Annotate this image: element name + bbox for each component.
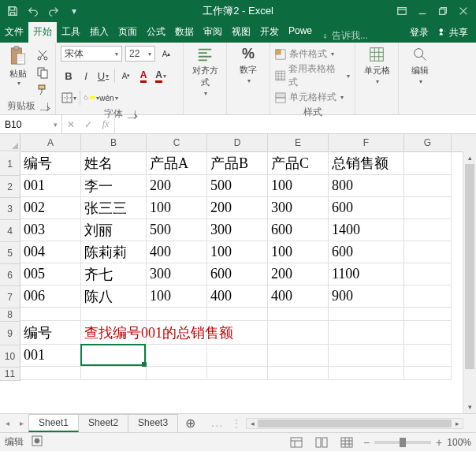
zoom-in-icon[interactable]: +: [436, 436, 442, 449]
row-header-3[interactable]: 3: [0, 198, 20, 220]
row-header-11[interactable]: 11: [0, 368, 20, 381]
ribbon-tab-8[interactable]: 视图: [227, 22, 255, 43]
paste-button[interactable]: 粘贴 ▾: [5, 46, 32, 87]
view-pagebreak-icon[interactable]: [338, 435, 355, 450]
zoom-out-icon[interactable]: −: [363, 436, 370, 449]
font-color-red-icon[interactable]: A: [136, 68, 151, 84]
cell-F4[interactable]: 1400: [329, 219, 404, 241]
alignment-button[interactable]: 对齐方式▾: [188, 46, 221, 97]
cell-B10[interactable]: [81, 345, 147, 367]
cell-D3[interactable]: 200: [207, 197, 268, 219]
cell-F2[interactable]: 800: [329, 175, 404, 197]
zoom-percent[interactable]: 100%: [447, 437, 471, 448]
cell-C6[interactable]: 300: [147, 263, 207, 285]
ribbon-tab-10[interactable]: Powe: [284, 22, 317, 43]
hscroll-thumb[interactable]: [258, 420, 452, 427]
scroll-right-icon[interactable]: ▸: [452, 419, 463, 428]
col-header-E[interactable]: E: [268, 134, 329, 151]
borders-icon[interactable]: ▾: [61, 90, 76, 106]
cells-button[interactable]: 单元格▾: [360, 46, 393, 85]
new-sheet-button[interactable]: ⊕: [177, 416, 203, 431]
cell-G1[interactable]: [404, 151, 452, 175]
ribbon-tab-3[interactable]: 插入: [85, 22, 113, 43]
fx-accept-icon[interactable]: ✓: [80, 117, 97, 132]
decrease-font-icon[interactable]: A▾: [118, 68, 134, 84]
cell-C10[interactable]: [147, 345, 207, 367]
cell-D5[interactable]: 100: [207, 241, 268, 263]
cell-B6[interactable]: 齐七: [81, 263, 147, 285]
cell-C4[interactable]: 500: [147, 219, 207, 241]
number-format-button[interactable]: % 数字▾: [232, 46, 265, 84]
cell-D1[interactable]: 产品B: [207, 151, 268, 175]
format-as-table-button[interactable]: 套用表格格式▾: [275, 62, 350, 89]
col-header-D[interactable]: D: [207, 134, 268, 151]
row-header-10[interactable]: 10: [0, 345, 20, 368]
row-header-6[interactable]: 6: [0, 264, 20, 286]
sheet-tab-Sheet1[interactable]: Sheet1: [28, 414, 79, 432]
cell-C1[interactable]: 产品A: [147, 151, 207, 175]
view-pagelayout-icon[interactable]: [313, 435, 330, 450]
cell-E11[interactable]: [268, 367, 329, 380]
cell-G7[interactable]: [404, 285, 452, 308]
italic-icon[interactable]: I: [78, 68, 94, 84]
macro-record-icon[interactable]: [32, 435, 43, 449]
login-button[interactable]: 登录: [405, 24, 433, 41]
cell-styles-button[interactable]: 单元格样式▾: [275, 91, 350, 104]
phonetic-icon[interactable]: wén▾: [101, 90, 117, 106]
cell-E7[interactable]: 400: [268, 285, 329, 308]
cell-G2[interactable]: [404, 175, 452, 197]
cell-C3[interactable]: 100: [147, 197, 207, 219]
font-name-select[interactable]: 宋体▾: [61, 46, 122, 62]
increase-font-icon[interactable]: A▴: [158, 46, 174, 62]
fill-color-icon[interactable]: ▾: [84, 90, 99, 106]
format-painter-icon[interactable]: [35, 82, 50, 98]
sheet-tab-Sheet3[interactable]: Sheet3: [128, 414, 178, 432]
cell-G9[interactable]: [404, 321, 452, 345]
cell-C8[interactable]: [147, 308, 207, 321]
formula-input[interactable]: [115, 115, 476, 133]
cell-B3[interactable]: 张三三: [81, 197, 147, 219]
ribbon-tab-0[interactable]: 文件: [0, 22, 28, 43]
cell-E5[interactable]: 100: [268, 241, 329, 263]
cell-G3[interactable]: [404, 197, 452, 219]
quick-more-icon[interactable]: ▾: [65, 2, 84, 21]
col-header-A[interactable]: A: [20, 134, 81, 151]
cell-B1[interactable]: 姓名: [81, 151, 147, 175]
ribbon-display-icon[interactable]: [392, 2, 411, 21]
col-header-C[interactable]: C: [147, 134, 207, 151]
font-launcher-icon[interactable]: [128, 110, 136, 118]
cell-G6[interactable]: [404, 263, 452, 285]
col-header-B[interactable]: B: [81, 134, 147, 151]
cell-F1[interactable]: 总销售额: [329, 151, 404, 175]
cell-D4[interactable]: 300: [207, 219, 268, 241]
name-box[interactable]: [0, 116, 49, 133]
ribbon-tab-9[interactable]: 开发: [255, 22, 284, 43]
ribbon-tab-1[interactable]: 开始: [28, 22, 57, 43]
cell-A1[interactable]: 编号: [20, 151, 81, 175]
share-button[interactable]: 共享: [435, 24, 471, 41]
cell-A5[interactable]: 004: [20, 241, 81, 263]
cell-F11[interactable]: [329, 367, 404, 380]
col-header-G[interactable]: G: [404, 134, 452, 151]
row-header-8[interactable]: 8: [0, 308, 20, 322]
cell-G8[interactable]: [404, 308, 452, 321]
row-header-5[interactable]: 5: [0, 242, 20, 264]
cell-A2[interactable]: 001: [20, 175, 81, 197]
fx-cancel-icon[interactable]: ✕: [62, 117, 80, 132]
copy-icon[interactable]: [35, 65, 50, 80]
underline-icon[interactable]: U▾: [95, 68, 111, 84]
scroll-thumb[interactable]: [465, 164, 474, 369]
horizontal-scrollbar[interactable]: ◂ ▸: [246, 418, 463, 429]
cell-F7[interactable]: 900: [329, 285, 404, 308]
cell-B11[interactable]: [81, 367, 147, 380]
editing-button[interactable]: 编辑▾: [403, 46, 437, 85]
cell-E1[interactable]: 产品C: [268, 151, 329, 175]
cell-F8[interactable]: [329, 308, 404, 321]
worksheet-grid[interactable]: ABCDEFG 1234567891011 编号姓名产品A产品B产品C总销售额0…: [0, 134, 476, 413]
window-minimize-icon[interactable]: [413, 2, 432, 21]
cell-A11[interactable]: [20, 367, 81, 380]
window-close-icon[interactable]: [454, 2, 473, 21]
cell-F5[interactable]: 600: [329, 241, 404, 263]
bold-icon[interactable]: B: [61, 68, 76, 84]
cut-icon[interactable]: [35, 47, 50, 63]
